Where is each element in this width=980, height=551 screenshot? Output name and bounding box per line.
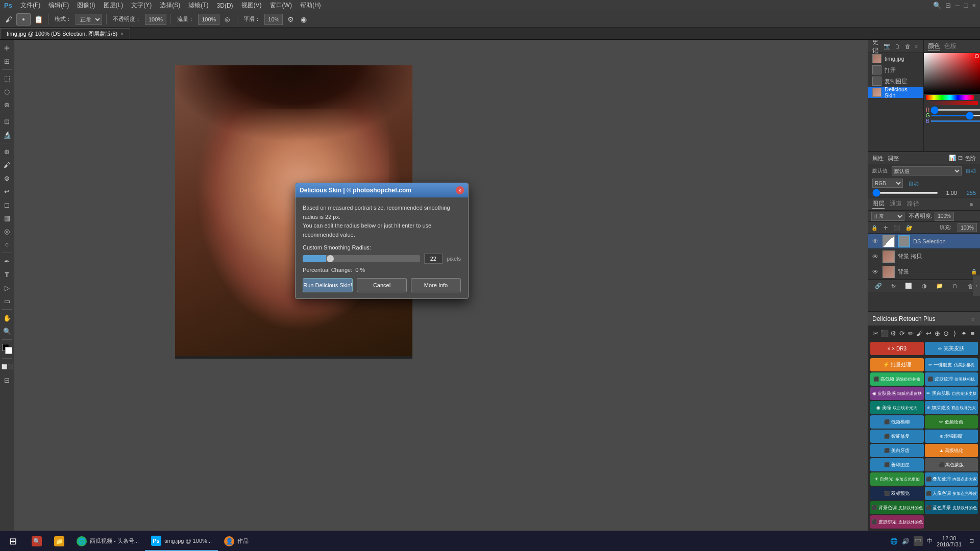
plugin-overlay-btn[interactable]: ⬛ 叠加处理内部点击大家 [925, 472, 978, 486]
dialog-slider[interactable] [303, 255, 420, 262]
adj-icon-1[interactable]: 📊 [949, 155, 956, 162]
zoom-tool[interactable]: 🔍 [1, 325, 13, 337]
plugin-collapse-btn[interactable]: ≡ [970, 316, 976, 322]
plugin-bw-btn[interactable]: ✏ 黑白肌肤自然光泽皮肤 [925, 387, 978, 400]
plugin-smart-btn[interactable]: ⬛ 智能修复 [870, 430, 924, 443]
adj-auto-btn[interactable]: 自动 [966, 167, 976, 174]
menu-view[interactable]: 视图(V) [237, 0, 266, 11]
alpha-bar[interactable] [926, 101, 978, 105]
screen-mode[interactable]: ⊟ [1, 374, 13, 386]
link-layers-icon[interactable]: 🔗 [875, 283, 882, 289]
plugin-icon-undo[interactable]: ↩ [924, 328, 933, 339]
plugin-lowpaint-btn[interactable]: ✏ 低频绘画 [925, 415, 978, 429]
dialog-value-input[interactable] [424, 254, 443, 264]
taskbar-item-browser[interactable]: 🌐 西瓜视频 - 头条号... [70, 531, 145, 551]
opacity-input[interactable] [935, 212, 954, 221]
hue-bar[interactable] [926, 95, 974, 100]
plugin-bg-color-btn[interactable]: ⬛ 背景色调皮肤以外的色 [870, 501, 924, 514]
history-snapshot-icon[interactable]: 📷 [883, 42, 892, 51]
layer-vis-2[interactable]: 👁 [871, 268, 879, 276]
start-button[interactable]: ⊞ [0, 531, 26, 551]
lock-artboard-icon[interactable]: ⬛ [894, 225, 900, 231]
plugin-icon-square[interactable]: ⬛ [880, 328, 889, 339]
layer-vis-1[interactable]: 👁 [871, 253, 879, 261]
gradient-tool[interactable]: ▦ [1, 212, 13, 224]
artboard-tool[interactable]: ⊞ [1, 55, 13, 67]
tray-network-icon[interactable]: 🌐 [890, 538, 898, 545]
plugin-print-btn[interactable]: ⬛ 善印图层 [870, 458, 924, 471]
plugin-highlow-btn[interactable]: ⬛ 高低频消除痘痘并修 [870, 372, 924, 386]
quick-select-tool[interactable]: ⊛ [1, 98, 13, 111]
healing-tool[interactable]: ⊕ [1, 145, 13, 158]
plugin-icon-star[interactable]: ✦ [960, 328, 968, 339]
blur-tool[interactable]: ◎ [1, 225, 13, 237]
history-item-0[interactable]: timg.jpg [868, 53, 923, 64]
adj-icon-3[interactable]: 色阶 [965, 155, 976, 162]
history-new-icon[interactable]: 🗋 [893, 42, 902, 51]
pressure-icon[interactable]: ◉ [298, 14, 309, 25]
right-expand-btn[interactable]: › [973, 276, 980, 296]
tray-ime-icon[interactable]: 中 [914, 536, 923, 546]
tray-volume-icon[interactable]: 🔊 [902, 538, 910, 545]
taskbar-item-ps[interactable]: Ps timg.jpg @ 100%... [145, 531, 218, 551]
crop-tool[interactable]: ⊡ [1, 115, 13, 128]
background-color[interactable] [5, 347, 12, 354]
shape-tool[interactable]: ▭ [1, 295, 13, 307]
tab-close-btn[interactable]: × [120, 31, 124, 37]
hand-tool[interactable]: ✋ [1, 312, 13, 324]
dialog-close-button[interactable]: × [456, 186, 464, 194]
plugin-blackmask-btn[interactable]: ⬛ 黑色蒙版 [925, 458, 978, 471]
menu-edit[interactable]: 编辑(E) [44, 0, 73, 11]
plugin-onekey-btn[interactable]: ✏ 一键磨皮仿美肤相机 [925, 358, 978, 371]
fill-input[interactable] [958, 223, 977, 232]
menu-select[interactable]: 选择(S) [156, 0, 184, 11]
adjustments-icon[interactable]: ◑ [922, 283, 927, 289]
show-desktop-btn[interactable]: ⊟ [966, 538, 974, 544]
layer-item-1[interactable]: 👁 背景 拷贝 [868, 249, 980, 264]
airbrush-icon[interactable]: ◎ [222, 14, 233, 25]
brush-tool[interactable]: 🖌 [1, 159, 13, 171]
plugin-icon-circle[interactable]: ⊙ [942, 328, 950, 339]
flow-value[interactable]: 100% [198, 14, 219, 25]
menu-layer[interactable]: 图层(L) [100, 0, 128, 11]
brush-tool-icon[interactable]: 🖌 [3, 14, 14, 25]
opacity-value[interactable]: 100% [145, 14, 166, 25]
pen-tool[interactable]: ✒ [1, 255, 13, 267]
taskbar-clock[interactable]: 12:30 2018/7/31 [937, 535, 962, 547]
brush-preset-icon[interactable]: ● [16, 13, 31, 26]
mode-select[interactable]: 正常 [76, 14, 102, 25]
plugin-icon-brush[interactable]: 🖌 [915, 328, 924, 339]
new-group-icon[interactable]: 📁 [936, 283, 943, 289]
lasso-tool[interactable]: ◌ [1, 85, 13, 97]
workspace-icon[interactable]: ⊟ [945, 2, 951, 9]
adj-slider-input-1[interactable] [872, 192, 938, 194]
eraser-tool[interactable]: ◻ [1, 198, 13, 211]
brush-options-icon[interactable]: 📋 [33, 14, 44, 25]
color-swatches[interactable] [2, 344, 12, 354]
taskbar-item-account[interactable]: 👤 作品 [218, 531, 255, 551]
blend-mode-select[interactable]: 正常 [871, 212, 904, 221]
adj-icon-2[interactable]: ⊟ [958, 155, 963, 162]
search-icon[interactable]: 🔍 [933, 2, 941, 9]
g-slider[interactable] [931, 115, 980, 116]
taskbar-item-explorer[interactable]: 🔍 [26, 531, 48, 551]
type-tool[interactable]: T [1, 268, 13, 281]
plugin-icon-cut[interactable]: ✂ [871, 328, 880, 339]
plugin-icon-edit[interactable]: ✏ [906, 328, 915, 339]
marquee-tool[interactable]: ⬚ [1, 72, 13, 84]
dialog-title-bar[interactable]: Delicious Skin | © photoshopchef.com × [296, 183, 468, 197]
maximize-icon[interactable]: □ [964, 2, 968, 9]
menu-window[interactable]: 窗口(W) [266, 0, 296, 11]
plugin-portrait-btn[interactable]: ⬛ 人像色调多加点光补皮 [925, 487, 978, 500]
path-select-tool[interactable]: ▷ [1, 282, 13, 294]
plugin-icon-reset[interactable]: ⟳ [898, 328, 906, 339]
color-gradient[interactable] [924, 53, 980, 94]
layer-vis-0[interactable]: 👁 [871, 237, 879, 245]
layer-item-0[interactable]: 👁 DS Selection [868, 234, 980, 249]
dodge-tool[interactable]: ○ [1, 238, 13, 251]
channels-tab[interactable]: 通道 [890, 199, 902, 208]
history-item-2[interactable]: 复制图层 [868, 76, 923, 87]
plugin-batch-btn[interactable]: ⚡ 批量处理 [870, 358, 924, 371]
menu-file[interactable]: 文件(F) [16, 0, 44, 11]
plugin-icon-gear[interactable]: ⚙ [889, 328, 898, 339]
